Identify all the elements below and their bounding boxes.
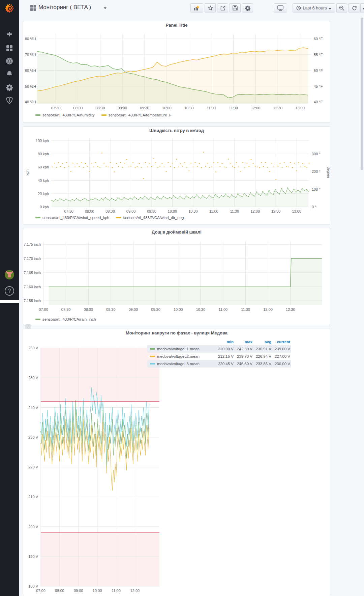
dashboard-title[interactable]: Моніторинг ( BETA ) bbox=[38, 4, 91, 11]
add-panel-button[interactable] bbox=[190, 3, 203, 12]
sidebar-alerting-button[interactable] bbox=[0, 67, 19, 80]
svg-text:220 V: 220 V bbox=[28, 465, 38, 469]
svg-text:09:30: 09:30 bbox=[151, 307, 160, 311]
save-icon bbox=[233, 5, 238, 10]
min-value: 220.00 V bbox=[215, 347, 234, 351]
clock-icon bbox=[296, 6, 301, 10]
save-dashboard-button[interactable] bbox=[230, 3, 241, 12]
legend-label: sensors/rtl_433/P/CA/wind_dir_deg bbox=[123, 216, 184, 220]
svg-text:7.175 inch: 7.175 inch bbox=[24, 242, 41, 246]
sidebar-server-admin-button[interactable] bbox=[0, 94, 19, 107]
panel-title[interactable]: Моніторинг напруги по фазах - вулиця Мед… bbox=[23, 330, 330, 335]
legend-item-rain[interactable]: sensors/rtl_433/P/CA/rain_inch bbox=[35, 317, 96, 321]
share-icon bbox=[220, 5, 225, 11]
svg-text:10:00: 10:00 bbox=[93, 589, 102, 593]
col-current[interactable]: current bbox=[271, 340, 290, 344]
svg-text:11:30: 11:30 bbox=[241, 307, 250, 311]
svg-text:80 %H: 80 %H bbox=[25, 37, 36, 41]
current-value: 230.00 V bbox=[271, 362, 290, 366]
legend-dash-icon bbox=[150, 363, 155, 364]
scrollbar-thumb[interactable] bbox=[361, 18, 363, 170]
sidebar-create-button[interactable] bbox=[0, 28, 19, 40]
svg-text:12:30: 12:30 bbox=[271, 209, 281, 213]
share-dashboard-button[interactable] bbox=[217, 3, 228, 12]
svg-text:09:00: 09:00 bbox=[74, 589, 83, 593]
legend-dash-icon bbox=[101, 114, 107, 116]
svg-text:210 V: 210 V bbox=[28, 495, 38, 499]
refresh-dashboard-button[interactable] bbox=[348, 3, 360, 12]
zoom-out-time-button[interactable] bbox=[336, 3, 347, 12]
svg-text:07:30: 07:30 bbox=[64, 209, 73, 213]
svg-text:08:30: 08:30 bbox=[95, 106, 105, 110]
legend-table-header: min max avg current bbox=[147, 338, 291, 345]
series-toggle[interactable]: medova/voltageL2.mean bbox=[147, 354, 215, 358]
svg-text:08:00: 08:00 bbox=[73, 106, 83, 110]
cycle-view-mode-button[interactable] bbox=[274, 3, 287, 12]
legend-item-temperature[interactable]: sensors/rtl_433/P/CA/temperature_F bbox=[101, 113, 172, 117]
legend-label: sensors/rtl_433/P/CA/wind_speed_kph bbox=[42, 216, 109, 220]
svg-text:7.170 inch: 7.170 inch bbox=[24, 256, 41, 261]
series-name: medova/voltageL3.mean bbox=[157, 362, 200, 366]
svg-text:60 °F: 60 °F bbox=[314, 37, 323, 41]
humidity-temperature-chart: 07:3008:0008:3009:0009:3010:0010:3011:00… bbox=[23, 30, 330, 114]
sidebar: ? bbox=[0, 0, 19, 596]
current-value: 227.00 V bbox=[271, 354, 290, 358]
legend-dash-icon bbox=[35, 319, 40, 320]
panel-legend: sensors/rtl_433/P/CA/wind_speed_kph sens… bbox=[35, 216, 184, 220]
svg-text:40 °F: 40 °F bbox=[314, 100, 323, 104]
panel-voltage: i Моніторинг напруги по фазах - вулиця М… bbox=[23, 329, 330, 596]
svg-text:7.155 inch: 7.155 inch bbox=[24, 299, 41, 303]
legend-item-wind-dir[interactable]: sensors/rtl_433/P/CA/wind_dir_deg bbox=[116, 216, 184, 220]
chevron-down-icon bbox=[363, 8, 364, 10]
refresh-interval-caret-button[interactable] bbox=[360, 3, 364, 12]
svg-text:12:00: 12:00 bbox=[250, 209, 260, 213]
svg-text:07:30: 07:30 bbox=[51, 106, 61, 110]
svg-text:10:30: 10:30 bbox=[188, 209, 198, 213]
svg-text:09:00: 09:00 bbox=[118, 106, 127, 110]
svg-text:10:30: 10:30 bbox=[196, 307, 206, 311]
panel-info-corner-icon[interactable]: i bbox=[25, 324, 31, 329]
legend-dash-icon bbox=[150, 348, 155, 350]
help-button[interactable]: ? bbox=[5, 286, 14, 296]
col-max[interactable]: max bbox=[234, 340, 252, 344]
dashboard-grid-icon bbox=[30, 5, 36, 12]
grafana-logo-icon[interactable] bbox=[4, 3, 15, 14]
sidebar-configuration-button[interactable] bbox=[0, 81, 19, 94]
series-toggle[interactable]: medova/voltageL1.mean bbox=[147, 347, 215, 351]
dashboard-title-caret-icon[interactable] bbox=[104, 7, 107, 9]
mark-favorite-button[interactable] bbox=[205, 3, 216, 12]
svg-text:12:30: 12:30 bbox=[273, 106, 282, 110]
user-avatar[interactable] bbox=[5, 270, 14, 279]
svg-text:200 °: 200 ° bbox=[312, 169, 321, 173]
svg-text:7.165 inch: 7.165 inch bbox=[24, 271, 41, 275]
svg-text:230 V: 230 V bbox=[28, 435, 38, 439]
refresh-icon bbox=[352, 5, 357, 10]
legend-item-wind-speed[interactable]: sensors/rtl_433/P/CA/wind_speed_kph bbox=[35, 216, 109, 220]
max-value: 242.30 V bbox=[234, 347, 252, 351]
svg-text:11:00: 11:00 bbox=[219, 307, 228, 311]
table-row: medova/voltageL1.mean 220.00 V 242.30 V … bbox=[147, 345, 291, 353]
svg-text:11:00: 11:00 bbox=[112, 589, 121, 593]
svg-text:12:00: 12:00 bbox=[130, 589, 140, 593]
legend-item-humidity[interactable]: sensors/rtl_433/P/CA/humidity bbox=[35, 113, 95, 117]
panel-title[interactable]: Panel Title bbox=[23, 23, 330, 28]
sidebar-explore-button[interactable] bbox=[0, 55, 19, 67]
voltage-chart: 07:0008:0009:0010:0011:0012:00260 V250 V… bbox=[23, 338, 330, 596]
svg-text:190 V: 190 V bbox=[28, 554, 38, 559]
series-toggle[interactable]: medova/voltageL3.mean bbox=[147, 362, 215, 366]
rain-chart: 07:0007:3008:0008:3009:0009:3010:0010:30… bbox=[23, 237, 330, 317]
col-avg[interactable]: avg bbox=[252, 340, 271, 344]
dashboard-settings-button[interactable] bbox=[242, 3, 253, 12]
gear-icon bbox=[245, 5, 250, 11]
svg-text:10:00: 10:00 bbox=[162, 106, 172, 110]
sidebar-dashboards-button[interactable] bbox=[0, 42, 19, 55]
dashboard-header: Моніторинг ( BETA ) bbox=[19, 0, 364, 16]
time-range-picker[interactable]: Last 6 hours bbox=[293, 3, 335, 12]
star-icon bbox=[208, 5, 213, 11]
panel-title[interactable]: Дощ в дюймовій шкалі bbox=[23, 229, 330, 235]
svg-text:13:00: 13:00 bbox=[292, 209, 301, 213]
col-min[interactable]: min bbox=[215, 340, 234, 344]
svg-text:80 kph: 80 kph bbox=[38, 152, 49, 156]
panel-title[interactable]: Швидкість вітру в км\год bbox=[23, 128, 330, 133]
svg-text:300 °: 300 ° bbox=[312, 152, 321, 156]
